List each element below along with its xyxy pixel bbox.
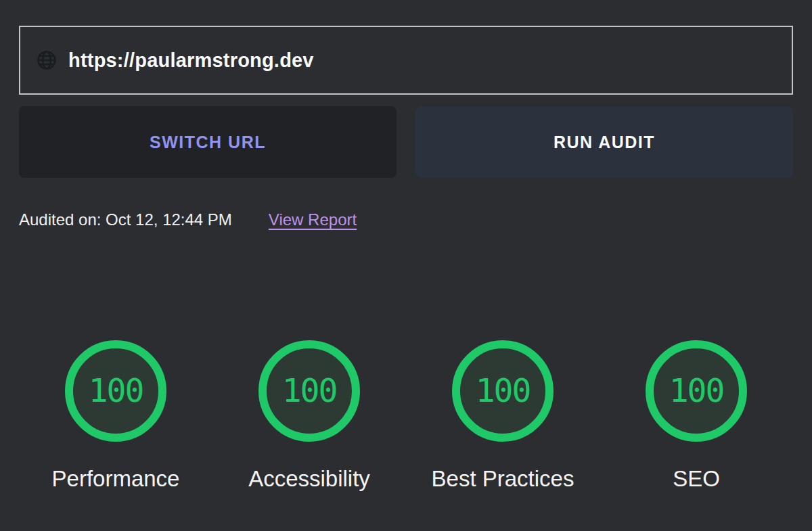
- score-value-performance: 100: [89, 371, 143, 409]
- score-value-best-practices: 100: [476, 371, 531, 409]
- score-gauge-accessibility: 100 Accessibility: [212, 340, 406, 492]
- score-circle-accessibility: 100: [258, 340, 360, 442]
- score-label-performance: Performance: [52, 466, 180, 492]
- url-value: https://paularmstrong.dev: [68, 49, 314, 72]
- score-circle-seo: 100: [646, 340, 747, 442]
- globe-icon: [37, 50, 57, 70]
- score-gauge-performance: 100 Performance: [19, 340, 212, 492]
- audited-on-text: Audited on: Oct 12, 12:44 PM: [19, 210, 232, 229]
- score-gauges: 100 Performance 100 Accessibility 100 Be…: [19, 340, 793, 492]
- view-report-link[interactable]: View Report: [269, 210, 357, 229]
- score-label-accessibility: Accessibility: [248, 466, 370, 492]
- score-gauge-best-practices: 100 Best Practices: [406, 340, 600, 492]
- audit-meta: Audited on: Oct 12, 12:44 PM View Report: [19, 210, 793, 229]
- action-buttons: SWITCH URL RUN AUDIT: [19, 106, 793, 178]
- score-circle-best-practices: 100: [452, 340, 554, 442]
- switch-url-button[interactable]: SWITCH URL: [19, 106, 397, 178]
- audit-panel: https://paularmstrong.dev SWITCH URL RUN…: [0, 0, 812, 492]
- score-value-accessibility: 100: [282, 371, 337, 409]
- score-label-best-practices: Best Practices: [432, 466, 574, 492]
- score-gauge-seo: 100 SEO: [600, 340, 793, 492]
- run-audit-button[interactable]: RUN AUDIT: [415, 106, 793, 178]
- score-circle-performance: 100: [65, 340, 166, 442]
- score-value-seo: 100: [669, 371, 724, 409]
- score-label-seo: SEO: [673, 466, 720, 492]
- url-input[interactable]: https://paularmstrong.dev: [19, 26, 793, 95]
